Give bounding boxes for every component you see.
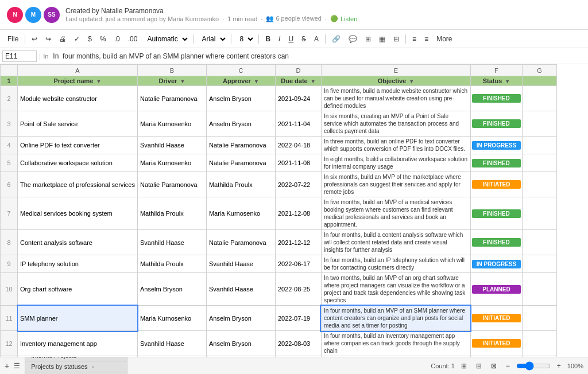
tab-close-button[interactable]: × — [79, 357, 84, 359]
sheet-tab[interactable]: Projects by statuses (internal) × — [25, 372, 127, 374]
header-project[interactable]: Project name ▼ — [18, 76, 138, 86]
cell-due-date[interactable]: 2022-07-19 — [275, 306, 321, 331]
cell-due-date[interactable]: 2021-11-04 — [275, 111, 321, 137]
header-objective[interactable]: Objective ▼ — [321, 76, 470, 86]
cell-project[interactable]: Online PDF to text converter — [18, 137, 138, 154]
cell-approver[interactable]: Svanhild Haase — [206, 255, 275, 273]
cell-project[interactable]: Collaborative workspace solution — [18, 154, 138, 172]
cell-project[interactable]: Medical services booking system — [18, 197, 138, 230]
file-menu[interactable]: File — [5, 34, 21, 44]
cell-due-date[interactable]: 2021-09-24 — [275, 86, 321, 111]
cell-approver[interactable]: Natalie Paramonova — [206, 154, 275, 172]
cell-objective[interactable]: In four months, build an inventory manag… — [321, 331, 470, 356]
cell-due-date[interactable]: 2022-06-17 — [275, 255, 321, 273]
cell-status[interactable]: FINISHED — [470, 356, 522, 357]
cell-status[interactable]: INITIATED — [470, 306, 522, 331]
bold-button[interactable]: B — [262, 34, 273, 44]
cell-driver[interactable]: Maria Kurnosenko — [137, 154, 206, 172]
font-select[interactable]: Arial — [197, 33, 227, 45]
col-header-f[interactable]: F — [470, 65, 522, 76]
cell-driver[interactable]: Mathilda Proulx — [137, 356, 206, 357]
print-button[interactable]: 🖨 — [56, 34, 69, 44]
align-center[interactable]: ≡ — [421, 34, 431, 44]
cell-driver[interactable]: Natalie Paramonova — [137, 172, 206, 197]
cell-objective[interactable]: In eight months, build a collaborative w… — [321, 154, 470, 172]
header-status[interactable]: Status ▼ — [470, 76, 522, 86]
cell-approver[interactable]: Maria Kurnosenko — [206, 197, 275, 230]
cell-driver[interactable]: Svanhild Haase — [137, 331, 206, 356]
zoom-slider[interactable] — [516, 361, 551, 371]
cell-due-date[interactable]: 2022-07-22 — [275, 172, 321, 197]
color-button[interactable]: A — [311, 34, 322, 44]
cell-driver[interactable]: Natalie Paramonova — [137, 86, 206, 111]
cell-status[interactable]: FINISHED — [470, 197, 522, 230]
cell-status[interactable]: INITIATED — [470, 331, 522, 356]
cell-approver[interactable]: Anselm Bryson — [206, 306, 275, 331]
tab-close-button[interactable]: × — [90, 364, 95, 370]
cell-project[interactable]: Accounting management system — [18, 356, 138, 357]
cell-due-date[interactable]: 2022-08-25 — [275, 273, 321, 306]
cell-due-date[interactable]: 2021-12-08 — [275, 197, 321, 230]
italic-button[interactable]: I — [276, 34, 283, 44]
cell-project[interactable]: Content analysis software — [18, 230, 138, 255]
cell-due-date[interactable]: 2022-08-03 — [275, 331, 321, 356]
columns-button[interactable]: ⊟ — [473, 361, 485, 371]
cell-approver[interactable]: Mathilda Proulx — [206, 172, 275, 197]
cell-due-date[interactable]: 2021-11-08 — [275, 154, 321, 172]
more-button[interactable]: More — [434, 34, 455, 44]
minus-zoom[interactable]: − — [503, 361, 513, 371]
cell-status[interactable]: FINISHED — [470, 230, 522, 255]
grid-view-button[interactable]: ⊞ — [458, 361, 470, 371]
cell-project[interactable]: Point of Sale service — [18, 111, 138, 137]
cell-driver[interactable]: Maria Kurnosenko — [137, 111, 206, 137]
col-header-g[interactable]: G — [522, 65, 556, 76]
cell-driver[interactable]: Anselm Bryson — [137, 273, 206, 306]
cell-objective[interactable]: In four months, creating an MVP of an ac… — [321, 356, 470, 357]
percent-button[interactable]: % — [97, 34, 109, 44]
cell-approver[interactable]: Anselm Bryson — [206, 86, 275, 111]
cell-status[interactable]: FINISHED — [470, 111, 522, 137]
dec-button[interactable]: .0 — [111, 34, 123, 44]
underline-button[interactable]: U — [285, 34, 296, 44]
cell-status[interactable]: FINISHED — [470, 86, 522, 111]
link-button[interactable]: 🔗 — [329, 34, 343, 44]
cell-objective[interactable]: In four months, build a content analysis… — [321, 230, 470, 255]
sheet-tab[interactable]: Projects by statuses × — [25, 361, 127, 372]
comment-button[interactable]: 💬 — [346, 34, 360, 44]
cell-status[interactable]: PLANNED — [470, 273, 522, 306]
cell-project[interactable]: Module website constructor — [18, 86, 138, 111]
col-header-c[interactable]: C — [206, 65, 275, 76]
listen-button[interactable]: 🟢 Listen — [330, 15, 357, 22]
cell-objective[interactable]: In five months, build an MVP of a medica… — [321, 197, 470, 230]
cell-project[interactable]: Inventory management app — [18, 331, 138, 356]
sheet-list-button[interactable]: ☰ — [14, 362, 20, 370]
spell-button[interactable]: ✓ — [71, 34, 83, 44]
cell-due-date[interactable]: 2021-09-13 — [275, 356, 321, 357]
col-header-d[interactable]: D — [275, 65, 321, 76]
insert-button[interactable]: ⊞ — [362, 34, 374, 44]
formula-input[interactable] — [51, 51, 586, 61]
size-select[interactable]: 8 — [235, 33, 255, 45]
cell-objective[interactable]: In two months, build an MVP of an org ch… — [321, 273, 470, 306]
cell-status[interactable]: INITIATED — [470, 172, 522, 197]
rows-button[interactable]: ⊠ — [488, 361, 500, 371]
cell-driver[interactable]: Maria Kurnosenko — [137, 306, 206, 331]
cell-approver[interactable]: Svanhild Haase — [206, 273, 275, 306]
cell-driver[interactable]: Mathilda Proulx — [137, 255, 206, 273]
sheet-tab[interactable]: Internal Projects × — [25, 357, 127, 361]
cell-due-date[interactable]: 2021-12-12 — [275, 230, 321, 255]
cell-approver[interactable]: Natalie Paramonova — [206, 230, 275, 255]
add-sheet-button[interactable]: + — [5, 361, 9, 371]
cell-status[interactable]: FINISHED — [470, 154, 522, 172]
cell-reference[interactable]: E11 — [2, 50, 37, 62]
undo-button[interactable]: ↩ — [29, 34, 40, 44]
merge-button[interactable]: ⊟ — [390, 34, 402, 44]
cell-project[interactable]: IP telephony solution — [18, 255, 138, 273]
cell-status[interactable]: IN PROGRESS — [470, 255, 522, 273]
cell-project[interactable]: SMM planner — [18, 306, 138, 331]
cell-objective[interactable]: In six months, build an MVP of the marke… — [321, 172, 470, 197]
cell-due-date[interactable]: 2022-04-18 — [275, 137, 321, 154]
format-select[interactable]: Automatic — [142, 33, 189, 45]
cell-driver[interactable]: Svanhild Haase — [137, 137, 206, 154]
cell-objective[interactable]: In six months, creating an MVP of a Poin… — [321, 111, 470, 137]
